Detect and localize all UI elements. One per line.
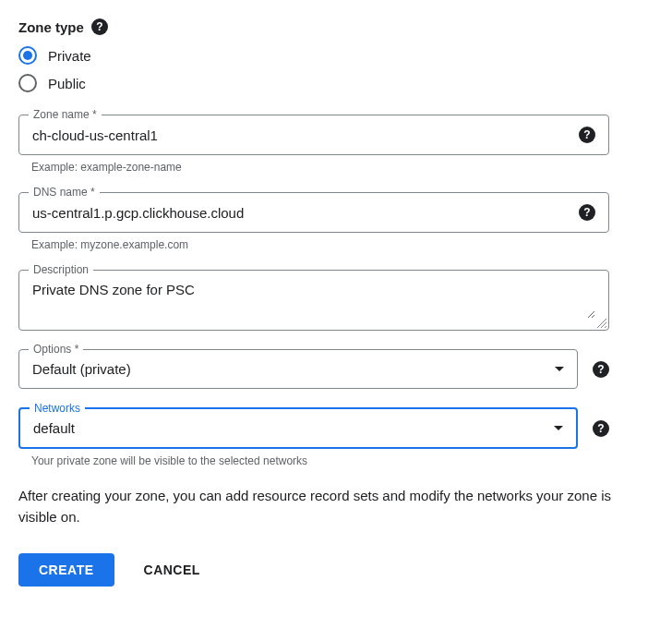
radio-option-public[interactable]: Public: [18, 74, 654, 92]
zone-name-input[interactable]: [32, 127, 579, 143]
radio-label-public: Public: [48, 76, 86, 91]
help-icon[interactable]: ?: [579, 127, 595, 143]
networks-helper: Your private zone will be visible to the…: [31, 454, 609, 467]
create-button[interactable]: CREATE: [18, 553, 114, 587]
dns-name-field: DNS name * ?: [18, 192, 609, 233]
chevron-down-icon: [554, 426, 563, 430]
zone-name-field-group: Zone name * ? Example: example-zone-name: [18, 115, 609, 174]
info-text: After creating your zone, you can add re…: [18, 486, 646, 527]
zone-name-label: Zone name *: [29, 108, 102, 121]
cancel-button[interactable]: CANCEL: [137, 553, 208, 587]
description-field: Description: [18, 270, 609, 331]
help-icon[interactable]: ?: [593, 361, 609, 378]
description-field-group: Description: [18, 270, 609, 331]
description-label: Description: [29, 263, 93, 276]
help-icon[interactable]: ?: [579, 204, 595, 221]
options-label: Options *: [29, 343, 83, 356]
zone-type-radio-group: Private Public: [18, 46, 654, 92]
dns-name-input[interactable]: [32, 205, 579, 221]
networks-dropdown[interactable]: Networks default: [18, 407, 578, 449]
options-value: Default (private): [32, 361, 555, 377]
chevron-down-icon: [555, 367, 564, 371]
help-icon[interactable]: ?: [593, 420, 609, 437]
options-dropdown[interactable]: Options * Default (private): [18, 349, 578, 389]
help-icon[interactable]: ?: [91, 18, 108, 35]
button-row: CREATE CANCEL: [18, 553, 654, 587]
dns-name-label: DNS name *: [29, 186, 100, 199]
networks-value: default: [33, 420, 554, 436]
networks-field-group: Networks default ? Your private zone wil…: [18, 407, 609, 467]
dns-name-helper: Example: myzone.example.com: [31, 238, 609, 251]
radio-label-private: Private: [48, 48, 91, 64]
description-input[interactable]: [32, 282, 595, 319]
radio-button-icon: [18, 74, 37, 92]
zone-type-header: Zone type ?: [18, 18, 654, 35]
options-field-group: Options * Default (private) ?: [18, 349, 609, 389]
zone-name-helper: Example: example-zone-name: [31, 161, 609, 174]
dns-name-field-group: DNS name * ? Example: myzone.example.com: [18, 192, 609, 251]
zone-type-label: Zone type: [18, 19, 84, 35]
networks-label: Networks: [30, 402, 85, 415]
radio-option-private[interactable]: Private: [18, 46, 654, 65]
zone-name-field: Zone name * ?: [18, 115, 609, 155]
radio-button-icon: [18, 46, 37, 65]
